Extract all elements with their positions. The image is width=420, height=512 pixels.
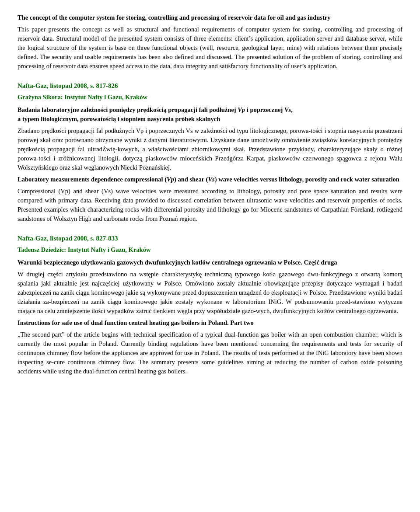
- intro-block: The concept of the computer system for s…: [18, 13, 402, 71]
- article-1-title-pl: Badania laboratoryjne zależności pomiędz…: [18, 105, 402, 124]
- article-2-author: Tadeusz Dziedzic: Instytut Nafty i Gazu,…: [18, 245, 402, 254]
- article-1-journal-ref: Nafta-Gaz, listopad 2008, s. 817-826: [18, 81, 402, 91]
- article-1-block: Nafta-Gaz, listopad 2008, s. 817-826 Gra…: [18, 81, 402, 223]
- intro-title: The concept of the computer system for s…: [18, 13, 402, 22]
- intro-text: This paper presents the concept as well …: [18, 25, 402, 71]
- article-2-abstract-en: „The second part” of the article begins …: [18, 330, 402, 376]
- article-1-abstract-pl: Zbadano prędkości propagacji fal podłużn…: [18, 126, 402, 172]
- article-2-abstract-pl: W drugiej części artykułu przedstawiono …: [18, 270, 402, 316]
- article-1-author: Grażyna Sikora: Instytut Nafty i Gazu, K…: [18, 93, 402, 102]
- article-1-title-en: Laboratory measurements dependence compr…: [18, 175, 402, 184]
- article-2-title-en: Instructions for safe use of dual functi…: [18, 318, 402, 327]
- article-2-block: Nafta-Gaz, listopad 2008, s. 827-833 Tad…: [18, 234, 402, 376]
- article-1-abstract-en: Compressional (Vp) and shear (Vs) wave v…: [18, 187, 402, 223]
- article-2-title-pl: Warunki bezpiecznego użytkowania gazowyc…: [18, 258, 402, 267]
- article-2-journal-ref: Nafta-Gaz, listopad 2008, s. 827-833: [18, 234, 402, 244]
